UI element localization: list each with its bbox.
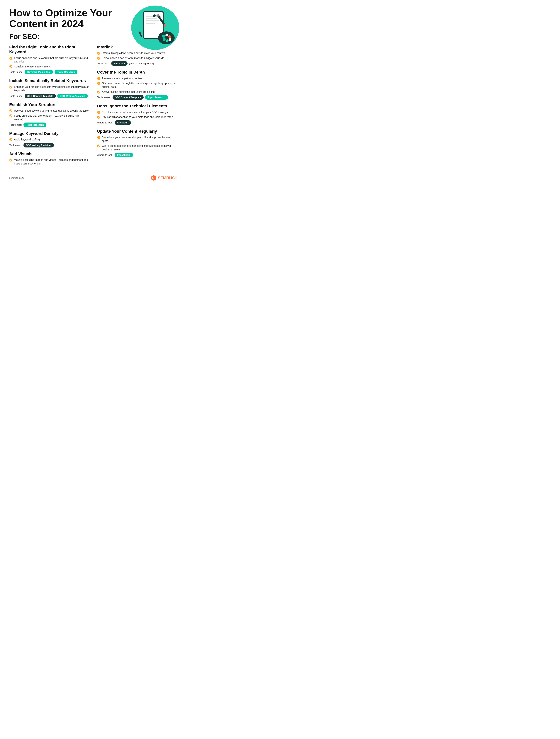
footer-url: semrush.com xyxy=(9,176,24,179)
tool-badge[interactable]: Topic Research xyxy=(54,70,78,74)
tool-badge[interactable]: SEO Content Template xyxy=(113,95,144,100)
left-column: Find the Right Topic and the Right Keywo… xyxy=(9,45,90,170)
svg-point-14 xyxy=(168,35,171,38)
tool-badge[interactable]: Keyword Magic Tool xyxy=(25,70,53,74)
section-keyword-density: Manage Keyword DensityAvoid keyword stuf… xyxy=(9,131,90,147)
bullet-item: Poor technical performance can affect yo… xyxy=(97,111,177,114)
section-title-update-content: Update Your Content Regularly xyxy=(97,129,177,134)
bullet-text: Use your seed keyword to find related qu… xyxy=(14,109,89,113)
bullet-item: It also makes it easier for humans to na… xyxy=(97,56,177,60)
content-grid: Find the Right Topic and the Right Keywo… xyxy=(9,45,177,170)
tool-badge[interactable]: SEO Writing Assistant xyxy=(57,94,88,98)
svg-point-11 xyxy=(158,31,175,44)
tools-row: Tool to use:Topic Research xyxy=(9,123,90,127)
svg-point-16 xyxy=(166,39,168,42)
tools-row: Where to look:ImpactHero xyxy=(97,153,177,157)
bullet-item: Focus on topics that are “efficient” (i.… xyxy=(9,114,90,121)
right-column: InterlinkInternal linking allows search … xyxy=(97,45,177,170)
svg-rect-6 xyxy=(146,23,155,24)
section-title-keyword-density: Manage Keyword Density xyxy=(9,131,90,136)
svg-text:S: S xyxy=(152,176,154,180)
check-icon xyxy=(9,109,13,113)
bullet-item: Pay particular attention to your meta ta… xyxy=(97,115,177,119)
section-find-topic: Find the Right Topic and the Right Keywo… xyxy=(9,45,90,75)
bullet-item: Use your seed keyword to find related qu… xyxy=(9,109,90,113)
bullet-item: Research your competitors’ content. xyxy=(97,77,177,81)
tools-label: Where to look: xyxy=(97,154,113,156)
tools-label: Tool to use: xyxy=(9,144,22,147)
check-icon xyxy=(97,136,100,139)
check-icon xyxy=(97,82,100,85)
section-title-find-topic: Find the Right Topic and the Right Keywo… xyxy=(9,45,90,54)
check-icon xyxy=(97,56,100,60)
bullet-item: Consider the user search intent. xyxy=(9,65,90,68)
tools-row: Where to look:Site Audit xyxy=(97,120,177,125)
tools-row: Tools to use:SEO Content TemplateTopic R… xyxy=(97,95,177,100)
section-title-structure: Establish Your Structure xyxy=(9,102,90,107)
tool-badge[interactable]: Site Audit xyxy=(111,61,128,66)
tool-note: (internal linking report). xyxy=(129,62,154,65)
section-visuals: Add VisualsVisuals (including images and… xyxy=(9,152,90,166)
bullet-text: Offer more value through the use of expe… xyxy=(102,82,177,89)
bullet-item: Avoid keyword stuffing. xyxy=(9,138,90,142)
svg-point-29 xyxy=(97,82,100,85)
svg-point-32 xyxy=(97,116,100,119)
tool-badge[interactable]: SEO Writing Assistant xyxy=(23,143,54,147)
tool-badge[interactable]: Topic Research xyxy=(145,95,168,100)
section-title-technical: Don’t Ignore the Technical Elements xyxy=(97,104,177,109)
svg-point-22 xyxy=(9,109,12,112)
check-icon xyxy=(97,90,100,94)
bullet-text: Focus on topics and keywords that are su… xyxy=(14,56,90,63)
bullet-item: Answer all the questions that users are … xyxy=(97,90,177,94)
bullet-item: Internal linking allows search bots to c… xyxy=(97,51,177,55)
check-icon xyxy=(97,116,100,119)
tools-label: Tools to use: xyxy=(9,70,23,73)
check-icon xyxy=(9,114,13,118)
semrush-brand-text: SEMRUSH xyxy=(158,175,177,180)
bullet-item: See where your users are dropping off an… xyxy=(97,136,177,143)
svg-point-26 xyxy=(97,52,100,55)
bullet-text: Consider the user search intent. xyxy=(14,65,51,68)
bullet-item: Focus on topics and keywords that are su… xyxy=(9,56,90,63)
tool-badge[interactable]: ImpactHero xyxy=(115,153,133,157)
svg-point-15 xyxy=(169,38,171,41)
check-icon xyxy=(97,51,100,55)
svg-point-21 xyxy=(9,86,12,89)
bullet-text: See where your users are dropping off an… xyxy=(102,136,177,143)
svg-point-30 xyxy=(97,90,100,93)
bullet-text: Get AI-generated content marketing impro… xyxy=(102,144,177,151)
tools-row: Tool to use:Site Audit(internal linking … xyxy=(97,61,177,66)
svg-point-28 xyxy=(97,77,100,80)
bullet-text: Enhance your ranking prospects by includ… xyxy=(14,85,90,93)
svg-point-19 xyxy=(9,56,12,59)
svg-point-34 xyxy=(97,145,100,147)
check-icon xyxy=(9,86,13,89)
check-icon xyxy=(9,56,13,60)
bullet-text: Avoid keyword stuffing. xyxy=(14,138,40,142)
tools-label: Tools to use: xyxy=(9,95,23,98)
bullet-item: Visuals (including images and videos) in… xyxy=(9,158,90,165)
check-icon xyxy=(9,65,13,68)
svg-point-27 xyxy=(97,57,100,60)
section-technical: Don’t Ignore the Technical ElementsPoor … xyxy=(97,104,177,125)
tool-badge[interactable]: SEO Content Template xyxy=(25,94,56,98)
svg-point-13 xyxy=(165,34,168,36)
svg-point-20 xyxy=(9,65,12,68)
bullet-text: It also makes it easier for humans to na… xyxy=(102,56,165,60)
svg-rect-4 xyxy=(146,18,157,19)
tools-row: Tools to use:Keyword Magic ToolTopic Res… xyxy=(9,70,90,74)
tools-row: Tool to use:SEO Writing Assistant xyxy=(9,143,90,147)
bullet-text: Answer all the questions that users are … xyxy=(102,90,155,94)
check-icon xyxy=(97,144,100,148)
tools-label: Tools to use: xyxy=(97,96,111,99)
tool-badge[interactable]: Topic Research xyxy=(23,123,46,127)
tools-row: Tools to use:SEO Content TemplateSEO Wri… xyxy=(9,94,90,98)
tool-badge[interactable]: Site Audit xyxy=(115,120,131,125)
svg-point-33 xyxy=(97,136,100,139)
semrush-logo: S SEMRUSH xyxy=(151,175,177,181)
footer: semrush.com S SEMRUSH xyxy=(9,173,177,181)
hero-illustration xyxy=(126,4,181,52)
bullet-text: Research your competitors’ content. xyxy=(102,77,143,81)
tools-label: Tool to use: xyxy=(97,62,110,65)
tools-label: Tool to use: xyxy=(9,123,22,126)
